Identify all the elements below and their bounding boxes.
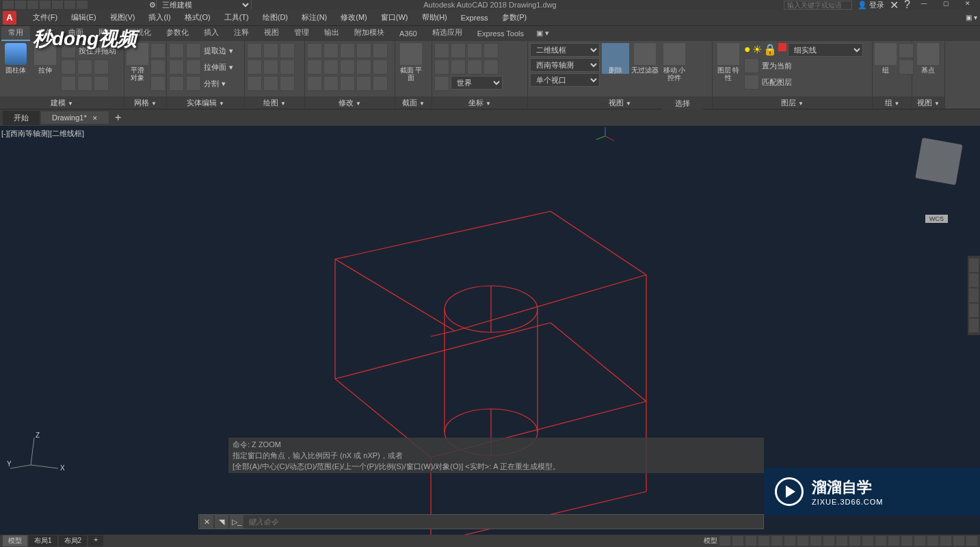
array-icon[interactable] xyxy=(356,59,371,75)
face-offset-icon[interactable] xyxy=(169,76,184,91)
line-icon[interactable] xyxy=(247,43,262,58)
workspace-select[interactable]: 三维建模 xyxy=(156,0,252,10)
panel-label-view2[interactable]: 视图▼ xyxy=(912,96,944,109)
polygon-icon[interactable] xyxy=(247,76,262,91)
solidedit-icon[interactable] xyxy=(373,76,388,91)
panel-label-layer[interactable]: 图层▼ xyxy=(713,96,872,109)
ribbon-tab-addins[interactable]: 附加模块 xyxy=(347,25,391,41)
panel-label-mesh[interactable]: 网格▼ xyxy=(124,96,166,109)
add-tab-button[interactable]: + xyxy=(110,111,127,124)
polyline-icon[interactable] xyxy=(263,43,278,58)
menu-edit[interactable]: 编辑(E) xyxy=(66,11,102,24)
view-preset-combo[interactable]: 西南等轴测 xyxy=(530,58,600,72)
cmd-recent-icon[interactable]: ◥ xyxy=(215,515,228,529)
basepoint-button[interactable]: 基点 xyxy=(914,43,942,74)
face-taper-icon[interactable] xyxy=(169,43,184,58)
viewcube-cube-icon[interactable] xyxy=(915,137,963,185)
qat-redo-icon[interactable] xyxy=(77,1,88,9)
menu-file[interactable]: 文件(F) xyxy=(27,11,63,24)
status-tab-layout2[interactable]: 布局2 xyxy=(59,535,88,546)
match-layer-button[interactable]: 匹配图层 xyxy=(744,75,863,90)
subtract-icon[interactable] xyxy=(94,76,109,91)
extrude-face-button[interactable]: 拉伸面 ▾ xyxy=(186,59,233,75)
panel-label-solidedit[interactable]: 实体编辑▼ xyxy=(167,96,244,109)
ann-toggle-icon[interactable] xyxy=(862,536,873,546)
ribbon-tab-annotate[interactable]: 注释 xyxy=(227,25,256,41)
group-button[interactable]: 组 xyxy=(875,43,897,74)
qat-new-icon[interactable] xyxy=(3,1,14,9)
close-tab-icon[interactable]: ✕ xyxy=(92,115,98,122)
osnap-toggle-icon[interactable] xyxy=(771,536,782,546)
nofilter-button[interactable]: 无过滤器 xyxy=(631,43,659,74)
circle-icon[interactable] xyxy=(247,59,262,75)
transparency-toggle-icon[interactable] xyxy=(836,536,847,546)
panel-label-model[interactable]: 建模▼ xyxy=(0,96,124,109)
snap-toggle-icon[interactable] xyxy=(732,536,743,546)
command-input[interactable] xyxy=(244,518,763,526)
ucs-z-icon[interactable] xyxy=(484,59,499,75)
mesh-more-icon[interactable] xyxy=(150,43,165,58)
ellipse-icon[interactable] xyxy=(280,59,295,75)
face-move-icon[interactable] xyxy=(169,59,184,75)
ucs-y-icon[interactable] xyxy=(467,59,482,75)
quickprops-icon[interactable] xyxy=(914,536,925,546)
panel-label-group[interactable]: 组▼ xyxy=(873,96,912,109)
ribbon-tab-view[interactable]: 视图 xyxy=(257,25,286,41)
revolve-icon[interactable] xyxy=(77,59,92,75)
erase-icon[interactable] xyxy=(356,43,371,58)
ribbon-tab-parametric[interactable]: 参数化 xyxy=(159,25,196,41)
panel-label-coord[interactable]: 坐标▼ xyxy=(432,96,527,109)
menu-modify[interactable]: 修改(M) xyxy=(335,11,373,24)
arc-icon[interactable] xyxy=(280,43,295,58)
ribbon-tab-home[interactable]: 常用 xyxy=(1,25,30,41)
panel-label-select[interactable]: 选择 xyxy=(662,97,703,109)
ucs-world-icon[interactable] xyxy=(451,43,466,58)
menu-tools[interactable]: 工具(T) xyxy=(219,11,254,24)
ucs-face-icon[interactable] xyxy=(484,43,499,58)
mesh-less-icon[interactable] xyxy=(150,59,165,75)
menu-dimension[interactable]: 标注(N) xyxy=(296,11,332,24)
align-icon[interactable] xyxy=(356,76,371,91)
spline-icon[interactable] xyxy=(263,76,278,91)
ucs-btn-icon[interactable] xyxy=(434,43,449,58)
menu-express[interactable]: Express xyxy=(455,12,494,23)
status-tab-layout1[interactable]: 布局1 xyxy=(29,535,57,546)
workspace-switcher[interactable]: ⚙ 三维建模 xyxy=(149,0,252,10)
menu-format[interactable]: 格式(O) xyxy=(179,11,216,24)
hatch-icon[interactable] xyxy=(280,76,295,91)
set-current-button[interactable]: 置为当前 xyxy=(744,58,863,73)
move-icon[interactable] xyxy=(307,43,322,58)
offset-icon[interactable] xyxy=(323,76,339,91)
qat-saveas-icon[interactable] xyxy=(40,1,51,9)
ribbon-tab-manage[interactable]: 管理 xyxy=(287,25,316,41)
search-input[interactable] xyxy=(784,1,852,10)
visual-style-combo[interactable]: 二维线框 xyxy=(530,43,600,57)
wcs-label[interactable]: WCS xyxy=(925,215,948,223)
mirror-icon[interactable] xyxy=(323,59,339,75)
status-tab-model[interactable]: 模型 xyxy=(3,535,27,546)
maximize-button[interactable]: ▢ xyxy=(938,0,954,10)
qat-plot-icon[interactable] xyxy=(52,1,63,9)
hardware-accel-icon[interactable] xyxy=(940,536,951,546)
isolate-icon[interactable] xyxy=(927,536,938,546)
lineweight-combo[interactable]: 细实线 xyxy=(788,43,863,57)
viewport-combo[interactable]: 单个视口 xyxy=(530,73,600,87)
ortho-toggle-icon[interactable] xyxy=(745,536,756,546)
ribbon-tab-output[interactable]: 输出 xyxy=(317,25,346,41)
mesh-refine-icon[interactable] xyxy=(150,76,165,91)
group-edit-icon[interactable] xyxy=(899,59,914,75)
units-icon[interactable] xyxy=(901,536,912,546)
extract-edges-button[interactable]: 提取边 ▾ xyxy=(186,43,233,58)
cmd-close-icon[interactable]: ✕ xyxy=(200,515,213,529)
layer-props-button[interactable]: 图层 特性 xyxy=(715,43,742,81)
sweep-icon[interactable] xyxy=(61,76,76,91)
close-button[interactable]: ✕ xyxy=(959,0,976,10)
fillet-icon[interactable] xyxy=(340,59,355,75)
login-button[interactable]: 👤 登录 xyxy=(858,0,884,10)
clean-screen-icon[interactable] xyxy=(953,536,964,546)
menu-draw[interactable]: 绘图(D) xyxy=(257,11,293,24)
workspace-icon[interactable] xyxy=(875,536,886,546)
doc-tab-drawing1[interactable]: Drawing1*✕ xyxy=(41,111,109,124)
trim-icon[interactable] xyxy=(340,43,355,58)
menu-help[interactable]: 帮助(H) xyxy=(416,11,453,24)
